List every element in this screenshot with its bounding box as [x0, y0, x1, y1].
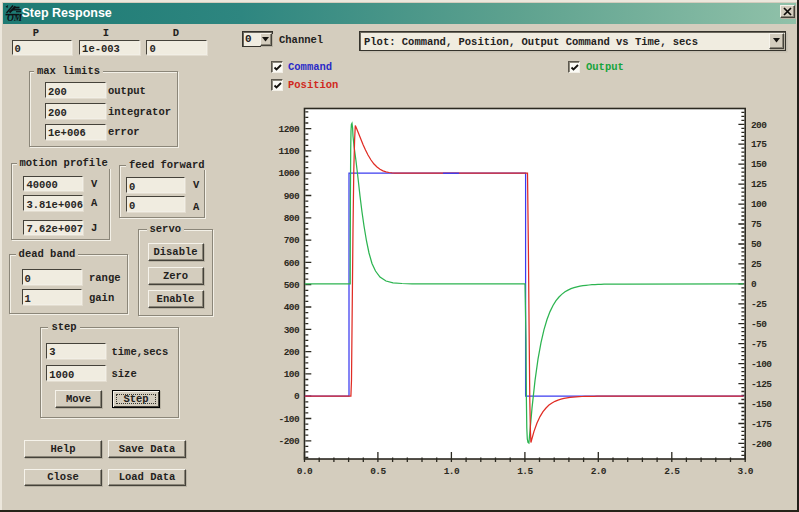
svg-text:175: 175: [751, 139, 767, 150]
svg-text:-100: -100: [279, 414, 300, 425]
svg-text:100: 100: [284, 369, 300, 380]
svg-text:-25: -25: [751, 299, 767, 310]
svg-text:-50: -50: [751, 319, 767, 330]
svg-text:400: 400: [284, 302, 300, 313]
svg-text:0.5: 0.5: [370, 466, 386, 477]
svg-text:125: 125: [751, 179, 767, 190]
svg-text:900: 900: [284, 191, 300, 202]
svg-text:600: 600: [284, 258, 300, 269]
svg-text:75: 75: [751, 219, 762, 230]
svg-text:0: 0: [294, 391, 300, 402]
svg-text:-150: -150: [751, 399, 772, 410]
svg-text:1.0: 1.0: [444, 466, 460, 477]
svg-text:700: 700: [284, 235, 300, 246]
svg-text:-75: -75: [751, 339, 767, 350]
svg-text:3.0: 3.0: [738, 466, 754, 477]
svg-text:100: 100: [751, 199, 767, 210]
svg-text:2.5: 2.5: [664, 466, 680, 477]
svg-text:1200: 1200: [279, 124, 300, 135]
svg-text:2.0: 2.0: [591, 466, 607, 477]
svg-text:800: 800: [284, 213, 300, 224]
svg-text:-125: -125: [751, 379, 772, 390]
svg-text:25: 25: [751, 259, 762, 270]
svg-text:-200: -200: [751, 439, 772, 450]
svg-text:-200: -200: [279, 436, 300, 447]
svg-text:-175: -175: [751, 419, 772, 430]
svg-text:300: 300: [284, 325, 300, 336]
svg-text:50: 50: [751, 239, 762, 250]
svg-text:0.0: 0.0: [297, 466, 313, 477]
svg-text:0: 0: [751, 279, 757, 290]
svg-text:OM: OM: [7, 13, 23, 22]
svg-text:200: 200: [284, 347, 300, 358]
svg-text:500: 500: [284, 280, 300, 291]
svg-text:1100: 1100: [279, 146, 300, 157]
svg-text:200: 200: [751, 120, 767, 131]
svg-text:-100: -100: [751, 359, 772, 370]
svg-text:150: 150: [751, 159, 767, 170]
svg-text:1000: 1000: [279, 168, 300, 179]
svg-text:1.5: 1.5: [517, 466, 533, 477]
